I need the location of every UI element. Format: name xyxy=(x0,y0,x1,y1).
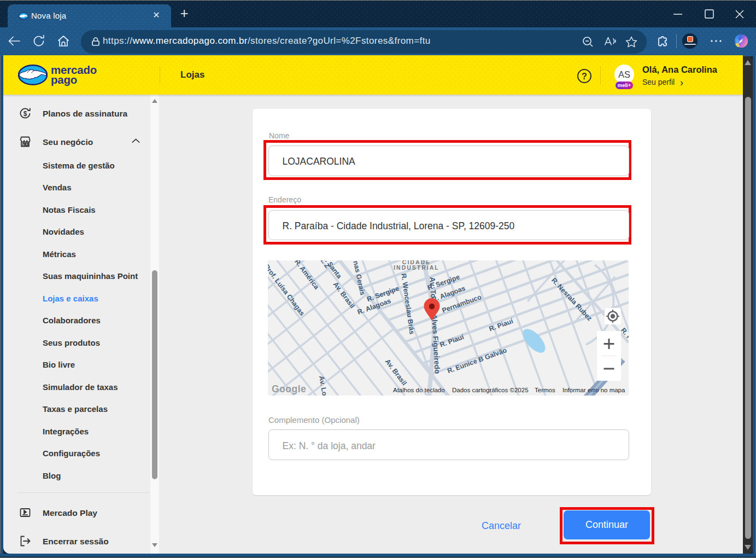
svg-text:Termos: Termos xyxy=(535,387,555,393)
svg-text:INDUSTRIAL: INDUSTRIAL xyxy=(394,264,439,271)
svg-text:$: $ xyxy=(24,110,27,118)
svg-text:Google: Google xyxy=(272,383,306,394)
svg-text:Dados cartográficos ©2025: Dados cartográficos ©2025 xyxy=(452,387,529,393)
svg-text:Atalhos do teclado: Atalhos do teclado xyxy=(393,387,445,393)
svg-text:Informar erro no mapa: Informar erro no mapa xyxy=(562,387,625,393)
